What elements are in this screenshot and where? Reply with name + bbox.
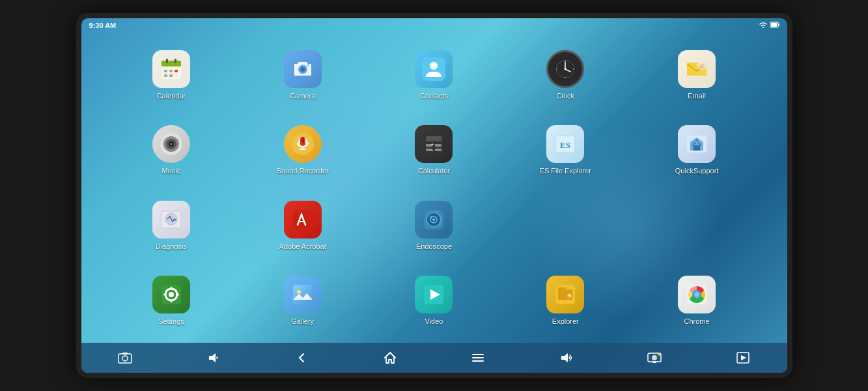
nav-menu-button[interactable]: [465, 345, 491, 371]
svg-text:ES: ES: [560, 140, 570, 150]
status-bar: 9:30 AM: [81, 18, 787, 33]
svg-rect-74: [293, 285, 313, 304]
sound-recorder-icon: [284, 125, 322, 163]
music-label: Music: [162, 167, 181, 175]
video-label: Video: [425, 317, 443, 325]
endoscope-label: Endoscope: [416, 242, 452, 250]
app-grid: Calendar Camera: [81, 33, 787, 343]
svg-rect-68: [170, 299, 172, 302]
quicksupport-label: QuickSupport: [675, 167, 719, 175]
calculator-label: Calculator: [418, 167, 451, 175]
nav-bar: [81, 343, 787, 373]
calculator-icon: + -: [415, 125, 453, 163]
svg-rect-7: [164, 70, 167, 72]
app-quicksupport[interactable]: QuickSupport: [633, 114, 761, 186]
svg-point-91: [122, 356, 128, 361]
app-explorer[interactable]: Explorer: [501, 265, 630, 336]
camera-label: Camera: [290, 92, 315, 100]
svg-rect-9: [164, 74, 167, 77]
svg-point-14: [301, 68, 305, 72]
diagnosis-label: Diagnosis: [156, 242, 187, 250]
calendar-label: Calendar: [157, 92, 186, 100]
acrobat-label: Adobe Acrobat: [279, 242, 326, 250]
app-sound-recorder[interactable]: Sound Recorder: [238, 114, 367, 186]
endoscope-icon: [415, 201, 453, 239]
wifi-icon: [759, 21, 768, 30]
svg-rect-10: [169, 74, 173, 77]
svg-rect-8: [169, 70, 173, 72]
svg-rect-5: [166, 59, 168, 63]
svg-rect-40: [300, 149, 306, 150]
es-file-label: ES File Explorer: [540, 167, 591, 175]
diagnosis-icon: [152, 201, 190, 239]
music-icon: [152, 125, 190, 163]
status-icons: [759, 21, 779, 30]
svg-point-62: [432, 218, 435, 221]
svg-rect-90: [122, 353, 128, 355]
app-es-file[interactable]: ES ES File Explorer: [501, 114, 630, 186]
app-empty-1: [501, 190, 630, 261]
app-gallery[interactable]: Gallery: [238, 265, 367, 336]
svg-rect-38: [301, 137, 304, 143]
svg-text:@: @: [699, 63, 705, 69]
email-icon: @: [678, 50, 716, 88]
explorer-icon: [546, 276, 584, 313]
svg-point-15: [307, 64, 309, 66]
nav-volume-down-button[interactable]: [201, 345, 227, 371]
app-email[interactable]: @ Email: [633, 39, 761, 111]
svg-point-17: [430, 62, 438, 70]
app-music[interactable]: Music: [107, 114, 236, 186]
svg-rect-67: [170, 287, 172, 290]
svg-rect-44: [435, 144, 441, 147]
screen: 9:30 AM: [81, 18, 787, 373]
svg-rect-4: [161, 61, 181, 66]
chrome-label: Chrome: [684, 317, 710, 325]
svg-point-97: [652, 355, 657, 360]
svg-rect-89: [119, 354, 132, 363]
camera-icon: [284, 50, 322, 88]
svg-point-26: [556, 68, 557, 70]
app-acrobat[interactable]: Adobe Acrobat: [238, 190, 367, 261]
svg-point-25: [565, 77, 566, 78]
svg-point-63: [430, 216, 432, 218]
svg-point-66: [169, 292, 174, 297]
svg-rect-6: [175, 59, 176, 63]
svg-marker-101: [741, 355, 746, 360]
app-clock[interactable]: Clock: [501, 39, 630, 111]
svg-rect-70: [176, 293, 179, 295]
svg-text:-: -: [432, 146, 434, 153]
app-chrome[interactable]: Chrome: [633, 265, 761, 336]
app-endoscope[interactable]: Endoscope: [370, 190, 498, 261]
clock-label: Clock: [557, 92, 575, 100]
settings-icon: [152, 276, 190, 313]
app-diagnosis[interactable]: Diagnosis: [107, 190, 236, 261]
explorer-label: Explorer: [552, 317, 579, 325]
svg-point-34: [170, 143, 172, 145]
nav-volume-up-button[interactable]: [553, 345, 580, 371]
settings-label: Settings: [158, 317, 184, 325]
gallery-icon: [284, 276, 322, 313]
status-time: 9:30 AM: [89, 22, 117, 29]
svg-point-88: [695, 293, 699, 297]
video-icon: [415, 276, 453, 313]
nav-back-button[interactable]: [288, 345, 315, 371]
app-contacts[interactable]: Contacts: [370, 39, 498, 111]
nav-cast-button[interactable]: [641, 345, 667, 371]
calendar-icon: [152, 50, 190, 88]
nav-home-button[interactable]: [377, 345, 403, 371]
contacts-label: Contacts: [420, 92, 448, 100]
app-camera[interactable]: Camera: [238, 39, 367, 111]
nav-screenshot-button[interactable]: [112, 345, 138, 371]
svg-rect-2: [771, 23, 777, 27]
tablet-frame: 9:30 AM: [76, 13, 792, 378]
app-settings[interactable]: Settings: [107, 265, 236, 336]
app-calendar[interactable]: Calendar: [107, 39, 236, 111]
svg-rect-69: [163, 293, 167, 295]
svg-point-99: [658, 353, 660, 356]
email-label: Email: [688, 92, 706, 100]
nav-media-button[interactable]: [730, 345, 756, 371]
app-calculator[interactable]: + - Calculator: [370, 114, 498, 186]
svg-point-75: [297, 290, 301, 294]
clock-icon: [546, 50, 584, 88]
app-video[interactable]: Video: [370, 265, 498, 336]
